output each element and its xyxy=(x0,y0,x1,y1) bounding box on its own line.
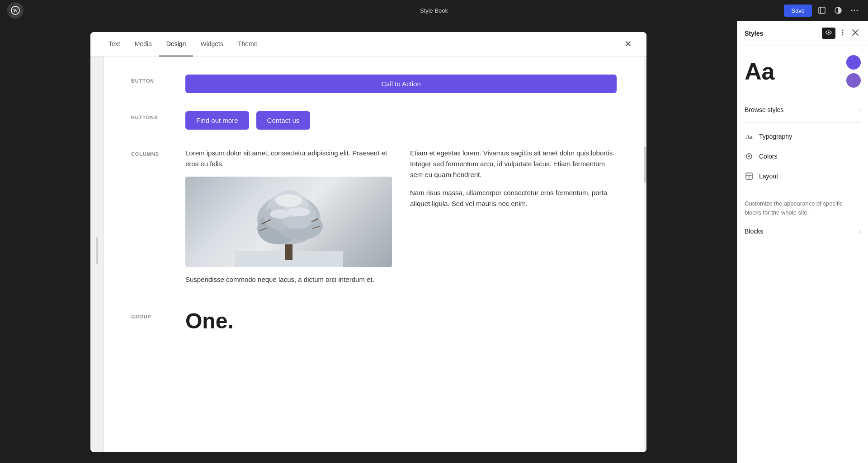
more-options-button[interactable] xyxy=(848,4,861,17)
columns-section: COLUMNS Lorem ipsum dolor sit amet, cons… xyxy=(131,148,617,292)
columns-section-content: Lorem ipsum dolor sit amet, consectetur … xyxy=(185,148,617,292)
color-circle-2 xyxy=(846,73,861,88)
svg-point-30 xyxy=(842,34,844,36)
tab-text[interactable]: Text xyxy=(101,32,127,56)
svg-text:W: W xyxy=(13,8,18,13)
eye-icon xyxy=(826,29,832,36)
styles-divider-2 xyxy=(745,190,861,190)
style-preview: Aa xyxy=(737,46,868,97)
styles-divider-1 xyxy=(745,122,861,123)
col-left-text1: Lorem ipsum dolor sit amet, consectetur … xyxy=(185,148,392,169)
close-icon xyxy=(852,29,859,36)
svg-point-20 xyxy=(270,210,290,219)
wp-logo: W xyxy=(7,2,24,19)
page-title: Style Book xyxy=(420,7,448,14)
style-book-panel: Text Media Design Widgets Theme ✕ BUTTON xyxy=(0,21,737,463)
tab-media[interactable]: Media xyxy=(127,32,159,56)
svg-point-7 xyxy=(857,10,858,11)
styles-header-icons xyxy=(822,27,861,39)
layout-label: Layout xyxy=(759,173,861,180)
tab-widgets[interactable]: Widgets xyxy=(193,32,231,56)
styles-menu: Browse styles › Aa Typography xyxy=(737,97,868,463)
tree-svg xyxy=(235,179,343,267)
styles-panel: Styles xyxy=(737,21,868,463)
cta-button[interactable]: Call to Action xyxy=(185,75,617,93)
svg-point-21 xyxy=(288,207,310,216)
browse-styles-label: Browse styles xyxy=(745,106,854,113)
group-section: GROUP One. xyxy=(131,310,617,332)
browse-styles-chevron: › xyxy=(859,107,861,113)
col-right-text2: Nam risus massa, ullamcorper consectetur… xyxy=(410,187,617,209)
svg-point-5 xyxy=(851,10,853,11)
sidebar-drag-handle[interactable] xyxy=(96,237,98,264)
colors-label: Colors xyxy=(759,153,861,160)
columns-layout: Lorem ipsum dolor sit amet, consectetur … xyxy=(185,148,617,292)
group-text: One. xyxy=(185,310,617,332)
colors-icon xyxy=(745,152,754,161)
ellipsis-icon xyxy=(851,7,858,14)
buttons-section-label: BUTTONS xyxy=(131,111,185,130)
svg-text:Aa: Aa xyxy=(746,134,753,140)
styles-close-button[interactable] xyxy=(850,27,861,39)
theme-toggle-button[interactable] xyxy=(832,4,844,17)
main-area: Text Media Design Widgets Theme ✕ BUTTON xyxy=(0,21,868,463)
styles-panel-title: Styles xyxy=(745,30,818,37)
contact-us-button[interactable]: Contact us xyxy=(256,111,311,130)
color-preview-circles xyxy=(846,55,861,88)
theme-icon xyxy=(835,7,842,14)
close-button[interactable]: ✕ xyxy=(621,37,636,51)
colors-item[interactable]: Colors xyxy=(737,146,868,166)
tabs-bar: Text Media Design Widgets Theme ✕ xyxy=(90,32,646,56)
scroll-thumb[interactable] xyxy=(644,147,646,183)
buttons-section-content: Find out more Contact us xyxy=(185,111,617,130)
columns-section-label: COLUMNS xyxy=(131,148,185,292)
svg-rect-2 xyxy=(819,7,825,14)
styles-description: Customize the appearance of specific blo… xyxy=(737,194,868,222)
col-left-text2: Suspendisse commodo neque lacus, a dictu… xyxy=(185,274,392,285)
col-left-image xyxy=(185,177,392,267)
typography-preview: Aa xyxy=(745,60,841,83)
button-section: BUTTON Call to Action xyxy=(131,75,617,93)
top-bar: W Style Book Save xyxy=(0,0,868,21)
save-button[interactable]: Save xyxy=(784,5,812,17)
blocks-chevron: › xyxy=(859,228,861,234)
typography-icon: Aa xyxy=(745,132,754,141)
top-bar-left: W xyxy=(7,2,24,19)
tab-theme[interactable]: Theme xyxy=(231,32,265,56)
svg-point-27 xyxy=(828,32,830,33)
scroll-indicator xyxy=(644,56,646,452)
col-right-text1: Etiam et egestas lorem. Vivamus sagittis… xyxy=(410,148,617,180)
content-area: BUTTON Call to Action BUTTONS Find out m… xyxy=(90,56,646,452)
buttons-section: BUTTONS Find out more Contact us xyxy=(131,111,617,130)
vertical-ellipsis-icon xyxy=(839,29,846,36)
button-section-label: BUTTON xyxy=(131,75,185,93)
svg-point-29 xyxy=(842,32,844,33)
styles-eye-button[interactable] xyxy=(822,28,835,39)
sidebar-icon xyxy=(818,7,826,14)
typography-item[interactable]: Aa Typography xyxy=(737,126,868,146)
left-sidebar xyxy=(90,56,104,452)
layout-item[interactable]: Layout xyxy=(737,166,868,186)
sidebar-toggle-button[interactable] xyxy=(816,4,828,17)
group-section-content: One. xyxy=(185,310,617,332)
top-bar-right: Save xyxy=(784,4,861,17)
find-out-more-button[interactable]: Find out more xyxy=(185,111,249,130)
typography-label: Typography xyxy=(759,133,861,140)
layout-icon xyxy=(745,172,754,181)
button-section-content: Call to Action xyxy=(185,75,617,93)
tab-design[interactable]: Design xyxy=(159,32,193,56)
group-section-label: GROUP xyxy=(131,310,185,332)
style-book-content[interactable]: BUTTON Call to Action BUTTONS Find out m… xyxy=(104,56,644,452)
svg-point-6 xyxy=(854,10,855,11)
color-circle-1 xyxy=(846,55,861,70)
browse-styles-item[interactable]: Browse styles › xyxy=(737,101,868,119)
svg-point-19 xyxy=(275,194,302,207)
styles-header: Styles xyxy=(737,21,868,46)
column-left: Lorem ipsum dolor sit amet, consectetur … xyxy=(185,148,392,292)
svg-point-35 xyxy=(748,155,750,157)
blocks-item[interactable]: Blocks › xyxy=(737,222,868,240)
style-book-window: Text Media Design Widgets Theme ✕ BUTTON xyxy=(90,32,646,452)
blocks-label: Blocks xyxy=(745,228,854,235)
styles-more-button[interactable] xyxy=(837,27,848,39)
svg-point-28 xyxy=(842,30,844,31)
